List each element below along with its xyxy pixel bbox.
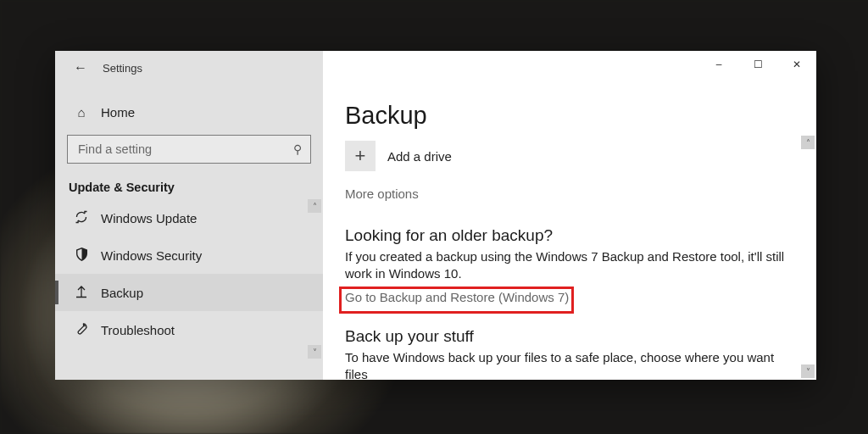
maximize-button[interactable]: ☐ xyxy=(738,51,777,78)
sidebar-item-label: Windows Update xyxy=(101,211,197,225)
older-backup-body: If you created a backup using the Window… xyxy=(345,248,786,283)
backup-stuff-body: To have Windows back up your files to a … xyxy=(345,349,786,381)
shield-icon xyxy=(74,248,89,264)
sidebar-item-backup[interactable]: Backup xyxy=(55,274,323,311)
sidebar-item-label: Windows Security xyxy=(101,248,202,263)
sidebar-home[interactable]: ⌂ Home xyxy=(55,97,323,128)
sidebar-item-windows-update[interactable]: Windows Update xyxy=(55,199,323,236)
sidebar: ← Settings ⌂ Home ⚲ Update & Security ˄ … xyxy=(55,51,323,380)
app-name: Settings xyxy=(103,62,142,75)
close-button[interactable]: ✕ xyxy=(777,51,816,78)
titlebar-controls: – ☐ ✕ xyxy=(699,51,816,78)
wrench-icon xyxy=(74,322,89,338)
sidebar-item-label: Troubleshoot xyxy=(101,323,175,337)
add-drive-row[interactable]: + Add a drive xyxy=(345,141,799,171)
sidebar-item-label: Backup xyxy=(101,286,143,300)
scroll-down-icon[interactable]: ˅ xyxy=(308,345,321,359)
sidebar-nav: ˄ Windows Update Windows Security xyxy=(55,199,323,359)
scroll-up-icon[interactable]: ˄ xyxy=(801,136,815,149)
scroll-down-icon[interactable]: ˅ xyxy=(801,364,815,378)
search-input[interactable] xyxy=(76,142,293,157)
sidebar-item-windows-security[interactable]: Windows Security xyxy=(55,236,323,274)
back-arrow-icon[interactable]: ← xyxy=(74,60,87,75)
backup-restore-win7-link[interactable]: Go to Backup and Restore (Windows 7) xyxy=(345,290,569,304)
sidebar-item-troubleshoot[interactable]: Troubleshoot xyxy=(55,311,323,348)
backup-arrow-icon xyxy=(74,285,89,301)
search-icon: ⚲ xyxy=(293,142,302,156)
search-box[interactable]: ⚲ xyxy=(67,135,311,164)
content-area: + Add a drive More options Looking for a… xyxy=(345,137,799,380)
category-title: Update & Security xyxy=(69,181,323,194)
more-options-link[interactable]: More options xyxy=(345,186,799,201)
minimize-button[interactable]: – xyxy=(699,51,738,78)
sync-icon xyxy=(74,210,89,226)
add-drive-label: Add a drive xyxy=(387,149,452,164)
settings-window: ← Settings ⌂ Home ⚲ Update & Security ˄ … xyxy=(55,51,816,380)
sidebar-top: ← Settings xyxy=(55,51,323,85)
older-backup-title: Looking for an older backup? xyxy=(345,226,799,245)
backup-stuff-title: Back up your stuff xyxy=(345,327,799,346)
scroll-up-icon[interactable]: ˄ xyxy=(308,199,321,213)
home-icon: ⌂ xyxy=(74,105,89,120)
home-label: Home xyxy=(101,105,135,120)
plus-icon[interactable]: + xyxy=(345,141,376,171)
main-content: – ☐ ✕ Backup ˄ + Add a drive More option… xyxy=(323,51,816,380)
